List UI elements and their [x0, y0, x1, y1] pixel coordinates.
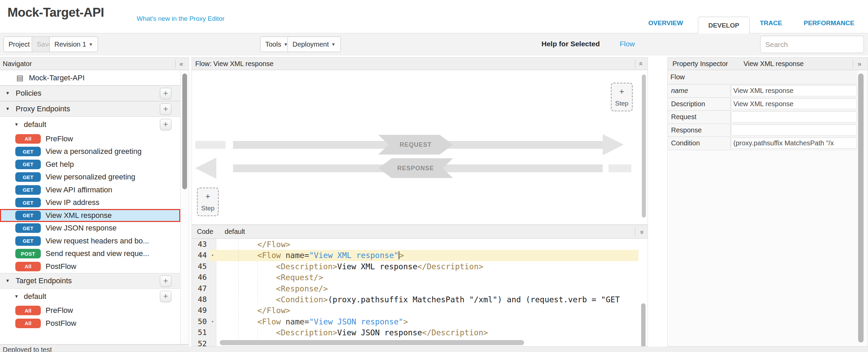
- flow-item[interactable]: GETView IP address: [0, 196, 180, 209]
- indent-guide: [257, 294, 257, 305]
- flow-item[interactable]: GETView request headers and bo...: [0, 235, 180, 247]
- add-step-button[interactable]: + Step: [611, 83, 633, 111]
- flow-item[interactable]: AllPostFlow: [0, 317, 180, 330]
- scrollbar-thumb[interactable]: [182, 74, 187, 189]
- add-step-button[interactable]: + Step: [197, 188, 219, 216]
- method-badge: GET: [15, 160, 41, 169]
- code-line-content: </Flow>: [216, 305, 638, 316]
- help-for-selected-flow-link[interactable]: Flow: [620, 40, 635, 48]
- flow-item[interactable]: GETView a personalized greeting: [0, 145, 180, 158]
- revision-menu-button[interactable]: Revision 1▼: [49, 36, 98, 52]
- property-value-cell: View XML response: [731, 98, 857, 111]
- fold-arrow: [209, 294, 216, 305]
- property-value-input[interactable]: View XML response: [731, 85, 857, 96]
- property-row: Response: [668, 124, 857, 137]
- property-value-input[interactable]: [731, 125, 857, 136]
- code-line[interactable]: 45<Description>View XML response</Descri…: [192, 261, 638, 272]
- navigator-body: ▤ Mock-Target-API ▼ Policies + ▼ Proxy E…: [0, 70, 180, 352]
- flow-item[interactable]: AllPreFlow: [0, 132, 180, 145]
- triangle-down-icon: ▼: [5, 273, 10, 288]
- flow-label: View API affirmation: [46, 186, 112, 194]
- add-flow-button[interactable]: +: [160, 291, 171, 302]
- tab-develop[interactable]: DEVELOP: [698, 17, 750, 34]
- method-badge: POST: [15, 249, 41, 258]
- section-policies[interactable]: ▼ Policies +: [0, 85, 180, 101]
- section-target-endpoints[interactable]: ▼ Target Endpoints +: [0, 273, 180, 289]
- property-value-input[interactable]: View XML response: [731, 98, 857, 110]
- flow-item[interactable]: AllPreFlow: [0, 304, 180, 317]
- method-badge: All: [15, 134, 41, 144]
- code-editor[interactable]: 43</Flow>44▾<Flow name="View XML respons…: [192, 239, 648, 346]
- fold-arrow[interactable]: ▾: [209, 250, 216, 261]
- indent-guide: [257, 272, 257, 283]
- collapse-panel-icon[interactable]: «: [177, 58, 186, 70]
- code-line-content: <Request/>: [216, 272, 638, 283]
- tab-performance[interactable]: PERFORMANCE: [804, 19, 854, 27]
- code-line[interactable]: 49</Flow>: [192, 305, 638, 316]
- code-token: name: [286, 317, 304, 326]
- method-badge: All: [15, 306, 41, 315]
- add-proxy-endpoint-button[interactable]: +: [160, 103, 171, 115]
- double-chevron-up-icon: «: [635, 62, 648, 65]
- property-value-input[interactable]: [731, 111, 857, 123]
- code-line[interactable]: 51<Description>View JSON response</Descr…: [192, 327, 638, 338]
- method-badge: All: [15, 262, 41, 271]
- code-line[interactable]: 46<Request/>: [192, 272, 638, 283]
- section-proxy-endpoints[interactable]: ▼ Proxy Endpoints +: [0, 101, 180, 117]
- property-section-flow: Flow: [668, 70, 857, 84]
- property-inspector-scrollbar[interactable]: [857, 70, 868, 346]
- flow-item[interactable]: GETView XML response: [0, 209, 180, 222]
- add-target-endpoint-button[interactable]: +: [160, 275, 171, 287]
- scrollbar-thumb[interactable]: [858, 74, 864, 342]
- property-value-input[interactable]: (proxy.pathsuffix MatchesPath "/x: [731, 138, 857, 149]
- plus-icon: +: [619, 87, 624, 96]
- code-vertical-scrollbar-thumb[interactable]: [641, 303, 646, 346]
- flow-item[interactable]: GETView personalized greeting: [0, 171, 180, 184]
- search-input[interactable]: [760, 36, 864, 53]
- help-for-selected-label: Help for Selected: [541, 40, 600, 48]
- flow-label: View JSON response: [46, 224, 117, 233]
- line-number: 47: [192, 283, 209, 294]
- nav-root-item[interactable]: ▤ Mock-Target-API: [0, 70, 180, 85]
- code-token: <Request/>: [276, 273, 323, 282]
- flow-item[interactable]: GETView API affirmation: [0, 183, 180, 196]
- proxy-endpoint-default[interactable]: ▼ default +: [0, 117, 180, 132]
- flow-panel-title: Flow: View XML response: [195, 60, 273, 67]
- fold-arrow[interactable]: ▾: [209, 316, 216, 327]
- property-label: name: [668, 84, 731, 97]
- flow-item[interactable]: GETGet help: [0, 158, 180, 171]
- add-policy-button[interactable]: +: [160, 88, 171, 99]
- flow-item[interactable]: POSTSend request and view reque...: [0, 247, 180, 260]
- collapse-down-icon[interactable]: «: [637, 226, 646, 239]
- flow-item[interactable]: GETView JSON response: [0, 222, 180, 235]
- code-line[interactable]: 47<Response/>: [192, 283, 638, 294]
- property-row: nameView XML response: [668, 84, 857, 98]
- request-arrowhead-icon: [603, 134, 624, 155]
- navigator-panel: Navigator « ▤ Mock-Target-API ▼ Policies…: [0, 57, 189, 352]
- code-token: <Description>: [276, 328, 337, 337]
- code-line[interactable]: 50▾<Flow name="View JSON response">: [192, 316, 638, 327]
- flow-label: View request headers and bo...: [46, 237, 149, 245]
- tab-overview[interactable]: OVERVIEW: [648, 19, 683, 27]
- code-line[interactable]: 48<Condition>(proxy.pathsuffix MatchesPa…: [192, 294, 638, 305]
- deployment-menu-button[interactable]: Deployment▼: [287, 36, 341, 52]
- property-label: Response: [668, 124, 731, 137]
- flow-label: View personalized greeting: [46, 173, 135, 181]
- expand-panel-icon[interactable]: »: [855, 58, 864, 70]
- code-line[interactable]: 43</Flow>: [192, 239, 638, 250]
- tab-trace[interactable]: TRACE: [760, 19, 782, 27]
- target-endpoint-default[interactable]: ▼ default +: [0, 289, 180, 304]
- code-endpoint-tab[interactable]: default: [224, 228, 245, 235]
- code-horizontal-scrollbar-thumb[interactable]: [220, 340, 524, 345]
- property-label: Description: [668, 98, 731, 111]
- expand-up-icon[interactable]: «: [637, 58, 646, 70]
- whats-new-link[interactable]: What's new in the Proxy Editor: [137, 15, 224, 22]
- code-line[interactable]: 44▾<Flow name="View XML response">: [192, 250, 638, 261]
- fold-arrow: [209, 283, 216, 294]
- deployment-status-bar: Deployed to test: [0, 344, 189, 352]
- fold-arrow: [209, 305, 216, 316]
- flow-scrollbar-thumb[interactable]: [642, 75, 646, 218]
- navigator-scrollbar[interactable]: [180, 70, 189, 352]
- add-flow-button[interactable]: +: [160, 119, 171, 130]
- flow-item[interactable]: AllPostFlow: [0, 260, 180, 273]
